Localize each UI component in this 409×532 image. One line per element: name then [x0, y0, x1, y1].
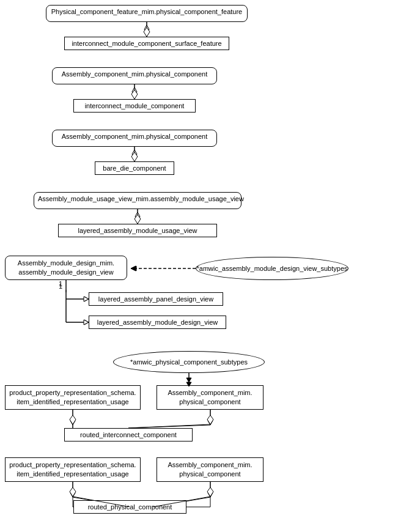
layered-assembly-module-usage-view-box: layered_assembly_module_usage_view: [58, 224, 217, 237]
svg-marker-1: [144, 25, 149, 34]
interconnect-module-component-box: interconnect_module_component: [73, 99, 196, 113]
product-property-rep-2-box: product_property_representation_schema. …: [5, 457, 141, 482]
amwic-physical-component-subtypes-ellipse: *amwic_physical_component_subtypes: [113, 351, 265, 373]
amwic-assembly-subtypes-label: *amwic_assembly_module_design_view_subty…: [196, 265, 347, 272]
amwic-physical-component-subtypes-label: *amwic_physical_component_subtypes: [130, 358, 248, 366]
product-property-rep-2-label: product_property_representation_schema. …: [9, 460, 136, 479]
assembly-module-usage-view-label: Assembly_module_usage_view_mim.assembly_…: [38, 195, 244, 202]
product-property-rep-1-box: product_property_representation_schema. …: [5, 385, 141, 410]
assembly-module-design-view-box: Assembly_module_design_mim. assembly_mod…: [5, 256, 127, 280]
interconnect-module-label: interconnect_module_component: [85, 102, 185, 109]
layered-assembly-module-design-view-box: layered_assembly_module_design_view: [89, 316, 226, 329]
routed-physical-component-label: routed_physical_component: [88, 503, 172, 511]
layered-assembly-module-design-view-label: layered_assembly_module_design_view: [97, 319, 218, 326]
svg-marker-20: [84, 320, 89, 325]
svg-marker-50: [84, 297, 89, 301]
svg-marker-33: [208, 489, 213, 497]
bare-die-label: bare_die_component: [103, 164, 166, 172]
svg-marker-13: [131, 266, 136, 271]
svg-marker-39: [131, 90, 138, 99]
assembly-component-mim-3-box: Assembly_component_mim. physical_compone…: [157, 385, 263, 410]
svg-marker-18: [84, 297, 89, 301]
svg-marker-7: [132, 150, 137, 158]
svg-marker-27: [208, 416, 213, 425]
diagram-container: Physical_component_feature_mim.physical_…: [0, 0, 409, 532]
physical-component-feature-box: Physical_component_feature_mim.physical_…: [46, 5, 248, 22]
assembly-component-mim-2-box: Assembly_component_mim.physical_componen…: [52, 130, 217, 147]
svg-marker-10: [135, 212, 140, 221]
routed-interconnect-component-box: routed_interconnect_component: [64, 428, 193, 441]
svg-marker-43: [134, 215, 141, 224]
svg-marker-24: [70, 416, 75, 425]
svg-marker-22: [186, 378, 191, 382]
assembly-component-mim-1-box: Assembly_component_mim.physical_componen…: [52, 67, 217, 84]
product-property-rep-1-label: product_property_representation_schema. …: [9, 388, 136, 407]
assembly-component-mim-1-label: Assembly_component_mim.physical_componen…: [62, 70, 207, 78]
assembly-module-design-view-label: Assembly_module_design_mim. assembly_mod…: [18, 259, 114, 278]
svg-marker-59: [207, 415, 213, 424]
svg-marker-30: [70, 489, 75, 497]
assembly-component-mim-4-box: Assembly_component_mim. physical_compone…: [157, 457, 263, 482]
svg-marker-4: [132, 87, 137, 96]
layered-assembly-panel-design-view-box: layered_assembly_panel_design_view: [89, 292, 223, 306]
assembly-component-mim-4-label: Assembly_component_mim. physical_compone…: [168, 460, 252, 479]
svg-marker-36: [144, 28, 150, 37]
svg-marker-52: [84, 320, 89, 325]
svg-marker-62: [70, 487, 76, 497]
assembly-component-mim-2-label: Assembly_component_mim.physical_componen…: [62, 133, 207, 140]
fork-label-1: 1: [59, 280, 62, 287]
bare-die-component-box: bare_die_component: [95, 161, 174, 175]
svg-marker-56: [70, 415, 76, 424]
interconnect-surface-label: interconnect_module_component_surface_fe…: [72, 40, 221, 47]
routed-physical-component-box: routed_physical_component: [73, 500, 186, 514]
layered-assembly-module-usage-view-label: layered_assembly_module_usage_view: [78, 227, 197, 234]
routed-interconnect-component-label: routed_interconnect_component: [80, 431, 177, 438]
layered-assembly-panel-design-view-label: layered_assembly_panel_design_view: [98, 295, 213, 303]
physical-component-feature-label: Physical_component_feature_mim.physical_…: [51, 8, 242, 15]
svg-marker-67: [207, 487, 213, 497]
assembly-module-usage-view-box: Assembly_module_usage_view_mim.assembly_…: [34, 192, 241, 209]
svg-marker-45: [131, 266, 136, 271]
svg-marker-41: [131, 152, 138, 161]
assembly-component-mim-3-label: Assembly_component_mim. physical_compone…: [168, 388, 252, 407]
amwic-assembly-subtypes-ellipse: *amwic_assembly_module_design_view_subty…: [196, 257, 348, 280]
interconnect-module-component-surface-feature-box: interconnect_module_component_surface_fe…: [64, 37, 229, 50]
